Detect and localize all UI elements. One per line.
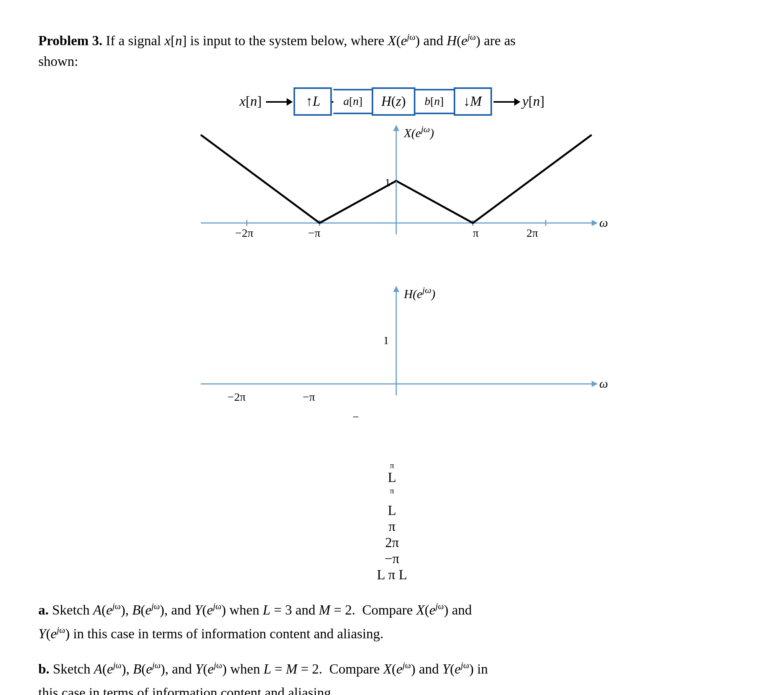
svg-marker-19 <box>393 286 399 292</box>
q-b-label: b. <box>38 661 49 677</box>
signal-xn: x[n] <box>165 33 187 48</box>
mid-signal-an: a[n] <box>334 89 372 114</box>
mid-signal-bn: b[n] <box>415 89 453 114</box>
svg-text:ω: ω <box>599 377 608 390</box>
Xejw: X(ejω) <box>388 33 420 48</box>
svg-marker-3 <box>393 125 399 131</box>
questions: a. Sketch A(ejω), B(ejω), and Y(ejω) whe… <box>38 598 746 695</box>
svg-text:π: π <box>473 226 478 239</box>
svg-text:2π: 2π <box>526 226 538 239</box>
input-signal: x[n] <box>239 94 262 110</box>
downsample-block: ↓M <box>453 87 492 116</box>
block-diagram: x[n] ↑L a[n] H(z) b[n] ↓M y[n] <box>38 87 746 116</box>
svg-text:H(ejω): H(ejω) <box>403 285 435 301</box>
svg-text:X(ejω): X(ejω) <box>403 124 434 140</box>
H-ejw-plot: H(ejω) 1 ω −2π −π − <box>178 284 606 461</box>
question-b: b. Sketch A(ejω), B(ejω), and Y(ejω) whe… <box>38 657 746 695</box>
diagrams-container: X(ejω) 1 ω −2π −π π 2π H(ejω) 1 <box>38 124 746 583</box>
svg-marker-17 <box>591 381 597 387</box>
output-signal: y[n] <box>522 94 545 110</box>
X-ejw-plot: X(ejω) 1 ω −2π −π π 2π <box>178 124 606 292</box>
svg-text:−: − <box>352 410 359 423</box>
svg-text:−2π: −2π <box>235 226 253 239</box>
problem-number: Problem 3. <box>38 33 102 48</box>
Hejw: H(ejω) <box>447 33 481 48</box>
svg-text:1: 1 <box>383 334 389 346</box>
filter-block: H(z) <box>372 87 415 116</box>
upsample-block: ↑L <box>294 87 332 116</box>
svg-text:−2π: −2π <box>227 390 245 403</box>
question-a: a. Sketch A(ejω), B(ejω), and Y(ejω) whe… <box>38 598 746 645</box>
svg-text:−π: −π <box>302 390 315 403</box>
svg-marker-1 <box>591 220 597 226</box>
svg-text:ω: ω <box>599 216 608 229</box>
svg-text:−π: −π <box>308 226 320 239</box>
problem-statement: Problem 3. If a signal x[n] is input to … <box>38 31 746 72</box>
q-a-label: a. <box>38 602 49 618</box>
